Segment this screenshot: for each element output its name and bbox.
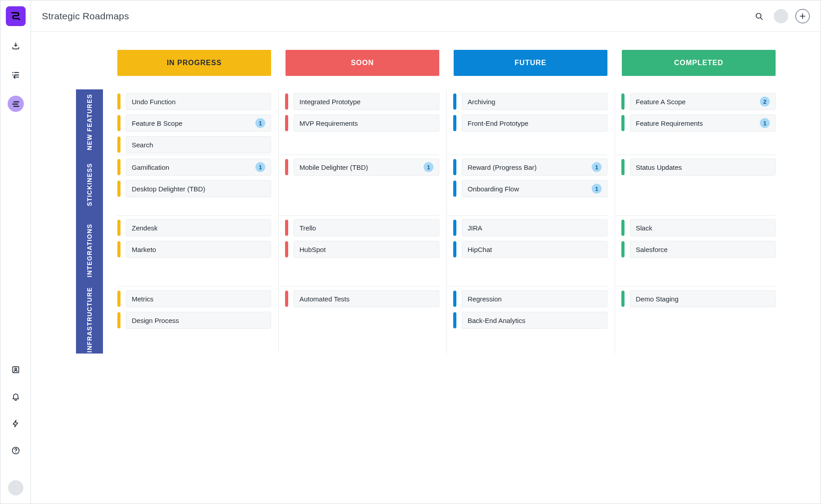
roadmap-card: Feature B Scope1 bbox=[117, 115, 271, 132]
card-stripe bbox=[621, 220, 625, 236]
card-body[interactable]: Undo Function bbox=[126, 93, 271, 110]
roadmap-card: Metrics bbox=[117, 290, 271, 307]
topbar-avatar[interactable] bbox=[774, 9, 788, 23]
cell-infrastructure-soon: Automated Tests bbox=[278, 286, 439, 354]
roadmap-card: Regression bbox=[453, 290, 607, 307]
nav-board[interactable] bbox=[8, 96, 24, 112]
roadmap-card: MVP Requirements bbox=[285, 115, 439, 132]
card-title: Search bbox=[132, 141, 265, 149]
card-body[interactable]: Back-End Analytics bbox=[462, 312, 607, 329]
roadmap-card: Archiving bbox=[453, 93, 607, 110]
roadmap-card: Slack bbox=[621, 219, 776, 236]
card-stripe bbox=[285, 291, 288, 307]
column-header-future[interactable]: FUTURE bbox=[454, 50, 607, 76]
card-title: Design Process bbox=[132, 317, 265, 324]
card-title: Marketo bbox=[132, 246, 265, 253]
card-body[interactable]: Feature B Scope1 bbox=[126, 115, 271, 132]
card-stripe bbox=[285, 220, 288, 236]
swimlane-integrations[interactable]: INTEGRATIONS bbox=[76, 215, 103, 286]
card-title: Salesforce bbox=[636, 246, 770, 253]
svg-point-11 bbox=[15, 452, 16, 453]
card-body[interactable]: Status Updates bbox=[630, 159, 776, 176]
nav-list[interactable] bbox=[8, 67, 24, 83]
card-stripe bbox=[117, 241, 120, 257]
card-body[interactable]: Onboarding Flow1 bbox=[462, 180, 607, 197]
card-badge: 1 bbox=[255, 118, 265, 128]
card-stripe bbox=[453, 312, 456, 328]
card-body[interactable]: Automated Tests bbox=[294, 290, 439, 307]
card-body[interactable]: Feature Requirements1 bbox=[630, 115, 776, 132]
cell-integrations-completed: SlackSalesforce bbox=[615, 215, 776, 286]
card-body[interactable]: Zendesk bbox=[126, 219, 271, 236]
card-body[interactable]: Design Process bbox=[126, 312, 271, 329]
card-body[interactable]: Salesforce bbox=[630, 241, 776, 258]
nav-contacts[interactable] bbox=[8, 362, 24, 378]
roadmap-card: Automated Tests bbox=[285, 290, 439, 307]
cell-infrastructure-in-progress: MetricsDesign Process bbox=[117, 286, 271, 354]
board-rows-icon bbox=[11, 99, 20, 108]
nav-help[interactable] bbox=[8, 442, 24, 459]
card-body[interactable]: HubSpot bbox=[294, 241, 439, 258]
add-button[interactable] bbox=[795, 9, 810, 23]
card-body[interactable]: Reward (Progress Bar)1 bbox=[462, 159, 607, 176]
card-body[interactable]: Marketo bbox=[126, 241, 271, 258]
card-body[interactable]: Demo Staging bbox=[630, 290, 776, 307]
header-corner bbox=[76, 50, 103, 76]
card-title: HubSpot bbox=[299, 246, 433, 253]
cell-stickiness-soon: Mobile Delighter (TBD)1 bbox=[278, 155, 439, 215]
card-body[interactable]: Front-End Prototype bbox=[462, 115, 607, 132]
card-body[interactable]: Gamification1 bbox=[126, 159, 271, 176]
search-button[interactable] bbox=[751, 9, 767, 24]
svg-point-0 bbox=[18, 19, 20, 20]
cell-infrastructure-future: RegressionBack-End Analytics bbox=[446, 286, 607, 354]
card-body[interactable]: Mobile Delighter (TBD)1 bbox=[294, 159, 439, 176]
card-body[interactable]: Desktop Delighter (TBD) bbox=[126, 180, 271, 197]
card-body[interactable]: Trello bbox=[294, 219, 439, 236]
card-title: Gamification bbox=[132, 164, 255, 171]
card-badge: 1 bbox=[760, 118, 770, 128]
swimlane-new-features[interactable]: NEW FEATURES bbox=[76, 89, 103, 155]
card-body[interactable]: Archiving bbox=[462, 93, 607, 110]
card-body[interactable]: Integrated Prototype bbox=[294, 93, 439, 110]
card-stripe bbox=[117, 181, 120, 197]
column-header-in-progress[interactable]: IN PROGRESS bbox=[117, 50, 271, 76]
card-stripe bbox=[621, 291, 625, 307]
app-logo[interactable] bbox=[6, 6, 26, 26]
svg-point-1 bbox=[12, 72, 13, 73]
card-stripe bbox=[285, 93, 288, 110]
column-header-completed[interactable]: COMPLETED bbox=[622, 50, 776, 76]
card-body[interactable]: Feature A Scope2 bbox=[630, 93, 776, 110]
nav-notifications[interactable] bbox=[8, 389, 24, 405]
card-title: Regression bbox=[468, 295, 602, 303]
cell-infrastructure-completed: Demo Staging bbox=[615, 286, 776, 354]
card-title: Undo Function bbox=[132, 98, 265, 106]
card-body[interactable]: Search bbox=[126, 136, 271, 153]
card-body[interactable]: Metrics bbox=[126, 290, 271, 307]
sidebar-avatar[interactable] bbox=[8, 480, 23, 495]
card-body[interactable]: MVP Requirements bbox=[294, 115, 439, 132]
card-body[interactable]: HipChat bbox=[462, 241, 607, 258]
card-stripe bbox=[117, 291, 120, 307]
card-body[interactable]: Regression bbox=[462, 290, 607, 307]
route-icon bbox=[10, 10, 22, 22]
search-icon bbox=[754, 12, 763, 21]
swimlane-stickiness[interactable]: STICKINESS bbox=[76, 155, 103, 215]
card-title: Zendesk bbox=[132, 224, 265, 232]
roadmap-card: Status Updates bbox=[621, 159, 776, 176]
cell-integrations-soon: TrelloHubSpot bbox=[278, 215, 439, 286]
column-header-soon[interactable]: SOON bbox=[286, 50, 439, 76]
svg-point-3 bbox=[12, 75, 13, 75]
nav-import[interactable] bbox=[8, 38, 24, 54]
roadmap-board: IN PROGRESSSOONFUTURECOMPLETEDNEW FEATUR… bbox=[31, 32, 821, 371]
card-badge: 1 bbox=[255, 162, 265, 172]
nav-activity[interactable] bbox=[8, 416, 24, 432]
card-stripe bbox=[117, 115, 120, 131]
roadmap-card: HubSpot bbox=[285, 241, 439, 258]
card-body[interactable]: JIRA bbox=[462, 219, 607, 236]
cell-new-features-in-progress: Undo FunctionFeature B Scope1Search bbox=[117, 89, 271, 155]
swimlane-label: STICKINESS bbox=[86, 163, 93, 206]
list-arrow-icon bbox=[11, 70, 21, 80]
card-body[interactable]: Slack bbox=[630, 219, 776, 236]
card-stripe bbox=[285, 115, 288, 131]
swimlane-infrastructure[interactable]: INFRASTRUCTURE bbox=[76, 286, 103, 354]
